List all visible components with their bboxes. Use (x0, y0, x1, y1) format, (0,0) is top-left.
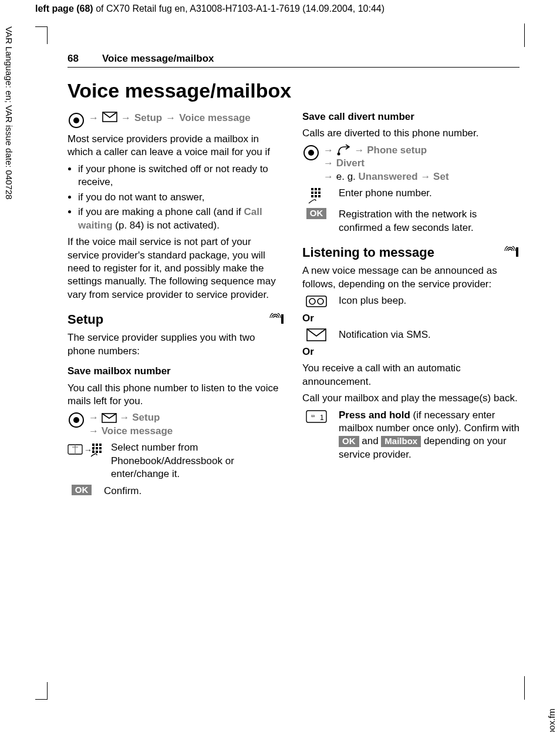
nav-phonesetup-label: Phone setup (367, 145, 427, 156)
right-margin-text: Siemens AG 2003, C:\Siemens\Produkte\CX7… (546, 709, 556, 732)
divert-icon (336, 145, 352, 156)
svg-rect-25 (318, 188, 321, 190)
ok-softkey: OK (339, 436, 359, 447)
svg-point-34 (309, 298, 315, 304)
nav-voicemessage-label: Voice message (179, 112, 251, 125)
arrow-icon: → (354, 145, 364, 156)
svg-rect-15 (96, 447, 98, 449)
sms-text: Notification via SMS. (339, 328, 519, 341)
crop-mark (524, 676, 525, 700)
eg-text: e. g. (336, 171, 359, 182)
listen-heading-row: Listening to message (302, 244, 519, 261)
left-column: → → Setup → Voice message Most service p… (68, 108, 285, 501)
press-hold-bold: Press and hold (339, 409, 410, 421)
svg-point-1 (73, 117, 79, 123)
arrow-icon: → (323, 145, 333, 156)
arrow-icon: → (323, 171, 333, 182)
arrow-icon: → (323, 157, 333, 169)
playback-text: Call your mailbox and play the message(s… (302, 392, 519, 405)
auto-call-text: You receive a call with an automatic ann… (302, 362, 519, 388)
page-number: 68 (68, 53, 79, 65)
arrow-icon: → (119, 412, 129, 423)
arrow-icon: → (121, 112, 131, 125)
running-title: Voice message/mailbox (102, 53, 214, 65)
ok-registration-row: OK Registration with the network is conf… (302, 208, 519, 234)
confirm-text: Confirm. (104, 485, 285, 498)
press-hold-mid2: and (359, 435, 382, 446)
voicemail-icon (302, 294, 330, 308)
bullet-text: if you are making a phone call (and if (78, 206, 244, 217)
svg-rect-3 (281, 314, 284, 324)
svg-rect-11 (92, 444, 95, 446)
mailbox-softkey: Mailbox (381, 436, 421, 447)
paragraph: If the voice mail service is not part of… (68, 236, 285, 301)
ok-confirm-row: OK Confirm. (68, 485, 285, 498)
nav-setup-label: Setup (132, 412, 160, 423)
right-column: Save call divert number Calls are divert… (302, 108, 519, 501)
key-1-icon: ∞1 (302, 409, 330, 424)
crop-mark (35, 699, 47, 700)
svg-text:1: 1 (320, 414, 324, 422)
svg-rect-16 (99, 447, 102, 449)
provider-icon (504, 246, 519, 259)
nav-voicemessage-label: Voice message (102, 425, 173, 436)
svg-rect-12 (96, 444, 98, 446)
nav-divert-label: Divert (336, 157, 365, 169)
or-label: Or (302, 312, 519, 325)
intro-text: Most service providers provide a mailbox… (68, 133, 285, 159)
setup-intro: The service provider supplies you with t… (68, 331, 285, 358)
icon-beep-row: Icon plus beep. (302, 294, 519, 308)
select-number-row: →/ Select number from Phonebook/Addressb… (68, 441, 285, 481)
arrow-icon: → (89, 112, 99, 125)
bullet-list: if your phone is switched off or not rea… (78, 163, 285, 232)
nav-path-main: → → Setup → Voice message (68, 112, 285, 129)
arrow-icon: → (166, 112, 176, 125)
svg-text:∞: ∞ (311, 413, 315, 419)
setup-heading: Setup (68, 311, 103, 328)
svg-rect-14 (92, 447, 95, 449)
svg-rect-18 (96, 451, 98, 453)
bullet-item: if you are making a phone call (and if C… (78, 206, 285, 232)
nav-path-setup: → → Setup → Voice message (68, 411, 285, 438)
svg-rect-19 (99, 451, 102, 453)
keypad-icon (302, 187, 330, 204)
crop-mark (35, 26, 47, 27)
svg-point-5 (73, 417, 79, 423)
bullet-item: if you do not want to answer, (78, 191, 285, 204)
crop-mark (524, 23, 525, 47)
svg-point-22 (337, 153, 340, 156)
svg-rect-27 (315, 192, 317, 194)
enter-number-text: Enter phone number. (339, 187, 519, 200)
svg-rect-24 (315, 188, 317, 190)
source-header-rest: of CX70 Retail fug en, A31008-H7103-A1-1… (93, 4, 384, 14)
joystick-icon (302, 144, 320, 162)
enter-number-row: Enter phone number. (302, 187, 519, 204)
provider-icon (269, 313, 285, 326)
page-body: 68 Voice message/mailbox Voice message/m… (68, 53, 519, 501)
source-header: left page (68) of CX70 Retail fug en, A3… (35, 4, 384, 14)
svg-rect-29 (311, 195, 313, 197)
nav-setup-label: Setup (134, 112, 162, 125)
listen-heading: Listening to message (302, 244, 434, 261)
ok-softkey: OK (72, 485, 92, 496)
envelope-icon (102, 112, 117, 123)
bullet-text: (p. 84) is not activated). (113, 220, 220, 231)
arrow-icon: → (89, 425, 99, 436)
bullet-item: if your phone is switched off or not rea… (78, 163, 285, 189)
nav-path-divert: → → Phone setup → Divert → e. g. Unanswe… (302, 144, 519, 183)
crop-mark (47, 682, 48, 700)
svg-rect-30 (315, 195, 317, 197)
listen-intro: A new voice message can be announced as … (302, 264, 519, 291)
nav-unanswered-label: Unanswered (359, 171, 418, 182)
running-head: 68 Voice message/mailbox (68, 53, 519, 68)
or-label: Or (302, 345, 519, 358)
svg-rect-17 (92, 451, 95, 453)
svg-rect-28 (318, 192, 321, 194)
svg-rect-31 (318, 195, 321, 197)
save-divert-heading: Save call divert number (302, 110, 519, 123)
left-margin-text: VAR Language: en; VAR issue date: 040728 (4, 26, 14, 200)
columns: → → Setup → Voice message Most service p… (68, 108, 519, 501)
arrow-icon: → (420, 171, 430, 182)
svg-rect-13 (99, 444, 102, 446)
nav-set-label: Set (433, 171, 448, 182)
